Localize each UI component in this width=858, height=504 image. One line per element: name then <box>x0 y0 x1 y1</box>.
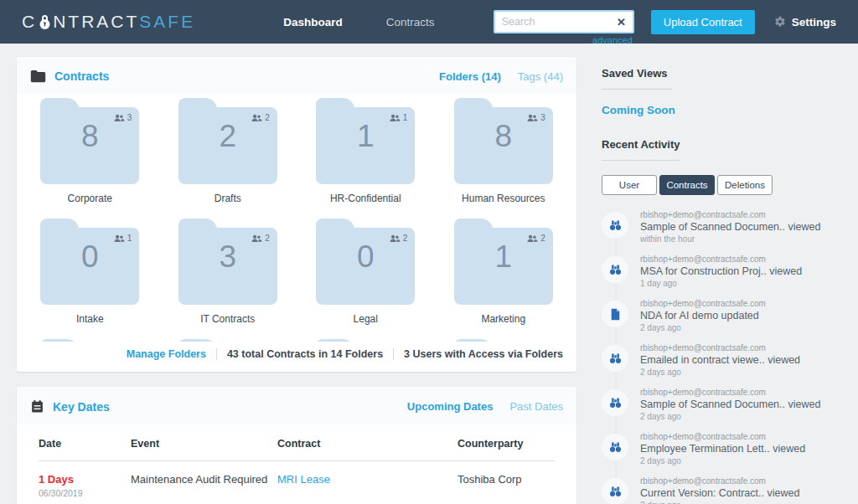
key-dates-title: Key Dates <box>53 400 110 414</box>
activity-user-email: rbishop+demo@contractsafe.com <box>640 210 820 219</box>
upload-contract-button[interactable]: Upload Contract <box>651 10 755 34</box>
activity-user-email: rbishop+demo@contractsafe.com <box>640 432 805 441</box>
folder-it-contracts[interactable]: 2 3 IT Contracts <box>177 218 280 325</box>
binoculars-icon <box>602 389 628 416</box>
event-name: Maintenance Audit Required <box>131 473 277 498</box>
counterparty-name: Toshiba Corp <box>457 473 555 498</box>
activity-user-email: rbishop+demo@contractsafe.com <box>640 299 766 308</box>
activity-user-email: rbishop+demo@contractsafe.com <box>640 343 800 352</box>
activity-tab-deletions[interactable]: Deletions <box>717 175 773 195</box>
folder-partial[interactable]: 2 <box>39 338 142 342</box>
folder-name: Corporate <box>68 193 112 204</box>
activity-text: Emailed in contract viewe.. viewed <box>640 354 800 366</box>
folder-name: IT Contracts <box>200 313 255 325</box>
activity-text: Employee Termination Lett.. viewed <box>640 443 805 455</box>
padlock-icon <box>38 13 52 30</box>
activity-tab-user[interactable]: User <box>602 175 657 195</box>
activity-time: 2 days ago <box>640 456 805 465</box>
activity-time: 2 days ago <box>640 323 766 332</box>
folder-name: Drafts <box>214 193 241 204</box>
activity-item[interactable]: rbishop+demo@contractsafe.com Sample of … <box>602 388 841 421</box>
col-date: Date <box>39 438 131 450</box>
folder-drafts[interactable]: 2 2 Drafts <box>177 97 280 204</box>
contractsafe-logo[interactable]: C NTRACT SAFE <box>22 12 195 32</box>
folder-contract-count: 2 <box>178 119 277 154</box>
binoculars-icon <box>602 345 628 372</box>
settings-menu[interactable]: Settings <box>773 15 836 28</box>
activity-item[interactable]: rbishop+demo@contractsafe.com MSA for Co… <box>602 255 841 288</box>
folder-intake[interactable]: 1 0 Intake <box>39 218 142 325</box>
activity-item[interactable]: rbishop+demo@contractsafe.com Emailed in… <box>602 343 841 377</box>
activity-text: Sample of Scanned Documen.. viewed <box>640 221 820 233</box>
nav-contracts[interactable]: Contracts <box>386 16 435 28</box>
coming-soon-link[interactable]: Coming Soon <box>602 104 841 116</box>
folder-contract-count: 8 <box>40 119 139 154</box>
clear-search-icon[interactable]: ✕ <box>617 16 626 28</box>
activity-item[interactable]: rbishop+demo@contractsafe.com Current Ve… <box>602 476 841 504</box>
saved-views-heading: Saved Views <box>602 67 672 90</box>
folder-partial[interactable]: 2 <box>314 338 417 342</box>
logo-text-safe: SAFE <box>139 12 195 32</box>
search-input[interactable] <box>502 16 617 28</box>
key-date-row: 1 Days 06/30/2019 Maintenance Audit Requ… <box>39 461 555 498</box>
due-date: 06/30/2019 <box>39 488 131 498</box>
tags-count-link[interactable]: Tags (44) <box>518 70 563 83</box>
folder-human-resources[interactable]: 3 8 Human Resources <box>452 97 556 204</box>
settings-label: Settings <box>792 16 836 28</box>
total-contracts-stat: 43 total Contracts in 14 Folders <box>216 348 393 360</box>
folder-partial[interactable]: 3 <box>452 338 556 342</box>
folder-hr-confidential[interactable]: 1 1 HR-Confidential <box>314 97 417 204</box>
binoculars-icon <box>602 212 628 239</box>
activity-time: 1 day ago <box>640 279 802 288</box>
col-counterparty: Counterparty <box>457 438 555 450</box>
contract-link[interactable]: MRI Lease <box>277 473 457 498</box>
folder-corporate[interactable]: 3 8 Corporate <box>39 97 142 204</box>
logo-text: NTRACT <box>53 12 139 32</box>
folder-contract-count: 0 <box>40 239 139 275</box>
col-contract: Contract <box>277 438 457 450</box>
activity-item[interactable]: rbishop+demo@contractsafe.com Sample of … <box>602 210 841 244</box>
days-remaining: 1 Days <box>39 473 74 486</box>
folder-contract-count: 1 <box>316 119 415 154</box>
folder-grid: 3 8 Corporate 2 2 Drafts 1 1 HR-Confiden… <box>17 94 576 342</box>
gear-icon <box>773 15 787 28</box>
upcoming-dates-link[interactable]: Upcoming Dates <box>407 400 494 413</box>
activity-feed: rbishop+demo@contractsafe.com Sample of … <box>602 210 841 504</box>
activity-user-email: rbishop+demo@contractsafe.com <box>640 255 802 264</box>
folder-icon <box>30 69 46 83</box>
folder-partial[interactable]: 1 <box>177 338 280 342</box>
activity-user-email: rbishop+demo@contractsafe.com <box>640 476 799 486</box>
activity-time: within the hour <box>640 234 820 244</box>
folder-contract-count: 1 <box>454 239 553 275</box>
folder-marketing[interactable]: 2 1 Marketing <box>452 218 556 325</box>
activity-time: 2 days ago <box>640 501 799 504</box>
top-navbar: C NTRACT SAFE Dashboard Contracts ✕ adva… <box>0 0 858 44</box>
folder-name: Marketing <box>481 313 525 325</box>
folders-count-link[interactable]: Folders (14) <box>439 70 501 83</box>
activity-text: NDA for AI demo updated <box>640 310 766 321</box>
activity-text: Current Version: Contract.. viewed <box>640 487 799 499</box>
nav-dashboard[interactable]: Dashboard <box>283 16 343 28</box>
activity-item[interactable]: rbishop+demo@contractsafe.com NDA for AI… <box>602 299 841 332</box>
recent-activity-heading: Recent Activity <box>602 138 680 161</box>
activity-item[interactable]: rbishop+demo@contractsafe.com Employee T… <box>602 432 841 465</box>
contracts-panel-title: Contracts <box>54 69 109 83</box>
folder-name: HR-Confidential <box>330 193 401 204</box>
col-event: Event <box>131 438 277 450</box>
advanced-search-link[interactable]: advanced <box>592 35 633 45</box>
key-dates-panel: Key Dates Upcoming Dates Past Dates Date… <box>17 387 576 504</box>
activity-tab-contracts[interactable]: Contracts <box>659 175 715 195</box>
folder-contract-count: 3 <box>178 239 277 275</box>
past-dates-link[interactable]: Past Dates <box>509 400 563 413</box>
folder-name: Legal <box>354 313 378 325</box>
folder-legal[interactable]: 2 0 Legal <box>314 218 417 325</box>
folder-contract-count: 8 <box>454 119 553 154</box>
manage-folders-link[interactable]: Manage Folders <box>116 348 216 360</box>
activity-text: MSA for Construction Proj.. viewed <box>640 265 802 277</box>
folder-name: Human Resources <box>462 193 545 204</box>
folder-name: Intake <box>76 313 104 325</box>
activity-text: Sample of Scanned Documen.. viewed <box>640 399 820 410</box>
binoculars-icon <box>602 478 628 504</box>
users-access-stat: 3 Users with Access via Folders <box>393 348 573 360</box>
binoculars-icon <box>602 256 628 283</box>
